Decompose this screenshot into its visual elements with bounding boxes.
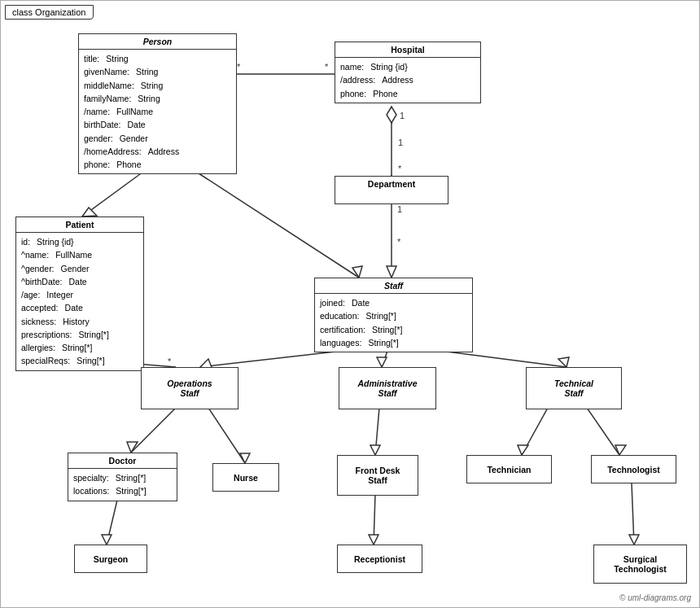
svg-marker-37 <box>102 535 112 545</box>
department-title: Department <box>335 177 448 191</box>
svg-line-22 <box>382 351 387 367</box>
svg-line-20 <box>200 351 343 367</box>
patient-title: Patient <box>16 217 143 233</box>
svg-text:*: * <box>168 356 172 366</box>
svg-marker-25 <box>558 357 569 367</box>
svg-marker-23 <box>377 357 387 367</box>
patient-attrs: id:String {id} ^name:FullName ^gender:Ge… <box>16 233 143 370</box>
svg-text:*: * <box>397 237 401 247</box>
svg-line-34 <box>587 408 619 455</box>
front-desk-class: Front DeskStaff <box>337 455 418 496</box>
svg-line-13 <box>82 172 143 217</box>
svg-marker-7 <box>387 107 396 123</box>
surgical-technologist-title: SurgicalTechnologist <box>594 552 686 576</box>
technician-class: Technician <box>466 455 552 483</box>
hospital-class: Hospital name:String {id} /address:Addre… <box>335 42 481 103</box>
svg-text:1: 1 <box>398 138 403 147</box>
staff-title: Staff <box>315 278 472 294</box>
svg-text:*: * <box>398 164 402 173</box>
staff-attrs: joined:Date education:String[*] certific… <box>315 294 472 352</box>
svg-line-28 <box>208 408 245 463</box>
svg-marker-14 <box>82 208 97 217</box>
operations-staff-class: OperationsStaff <box>141 367 238 409</box>
svg-line-40 <box>632 483 634 545</box>
operations-staff-title: OperationsStaff <box>142 376 238 400</box>
svg-marker-10 <box>387 266 396 278</box>
diagram-label: class Organization <box>5 5 94 20</box>
nurse-class: Nurse <box>212 463 279 492</box>
svg-marker-31 <box>370 445 380 455</box>
doctor-class: Doctor specialty:String[*] locations:Str… <box>68 453 177 501</box>
front-desk-title: Front DeskStaff <box>338 463 418 488</box>
technician-title: Technician <box>467 462 551 477</box>
admin-staff-title: AdministrativeStaff <box>339 376 435 400</box>
person-attrs: title:String givenName:String middleName… <box>79 50 236 173</box>
technical-staff-title: TechnicalStaff <box>527 376 621 400</box>
receptionist-title: Receptionist <box>338 552 422 566</box>
staff-class: Staff joined:Date education:String[*] ce… <box>314 278 473 352</box>
svg-line-38 <box>374 494 375 545</box>
svg-line-26 <box>131 408 176 453</box>
doctor-attrs: specialty:String[*] locations:String[*] <box>68 469 177 501</box>
technologist-title: Technologist <box>592 462 676 477</box>
admin-staff-class: AdministrativeStaff <box>339 367 436 409</box>
hospital-title: Hospital <box>335 42 480 58</box>
svg-line-32 <box>522 408 548 455</box>
diagram-container: class Organization * * 1 * 1 * 1 * * <box>0 0 700 608</box>
technical-staff-class: TechnicalStaff <box>526 367 622 409</box>
receptionist-class: Receptionist <box>337 545 422 573</box>
patient-class: Patient id:String {id} ^name:FullName ^g… <box>15 217 144 371</box>
hospital-attrs: name:String {id} /address:Address phone:… <box>335 58 480 103</box>
person-class: Person title:String givenName:String mid… <box>78 33 237 174</box>
svg-marker-33 <box>518 445 528 455</box>
svg-marker-41 <box>629 535 639 545</box>
svg-text:*: * <box>237 62 241 72</box>
svg-text:1: 1 <box>397 204 402 214</box>
surgeon-title: Surgeon <box>75 552 147 566</box>
doctor-title: Doctor <box>68 453 177 469</box>
svg-line-30 <box>375 408 379 455</box>
svg-marker-29 <box>240 453 250 463</box>
surgical-technologist-class: SurgicalTechnologist <box>593 545 687 584</box>
svg-marker-27 <box>127 442 138 453</box>
svg-text:1: 1 <box>400 111 405 120</box>
svg-line-24 <box>440 351 567 367</box>
svg-marker-39 <box>369 535 378 545</box>
svg-marker-35 <box>615 445 626 455</box>
nurse-title: Nurse <box>213 470 278 485</box>
person-title: Person <box>79 34 236 50</box>
department-class: Department <box>335 176 448 204</box>
technologist-class: Technologist <box>591 455 676 483</box>
surgeon-class: Surgeon <box>74 545 147 573</box>
svg-text:*: * <box>325 62 329 72</box>
svg-marker-16 <box>352 266 362 278</box>
copyright: © uml-diagrams.org <box>619 593 691 602</box>
